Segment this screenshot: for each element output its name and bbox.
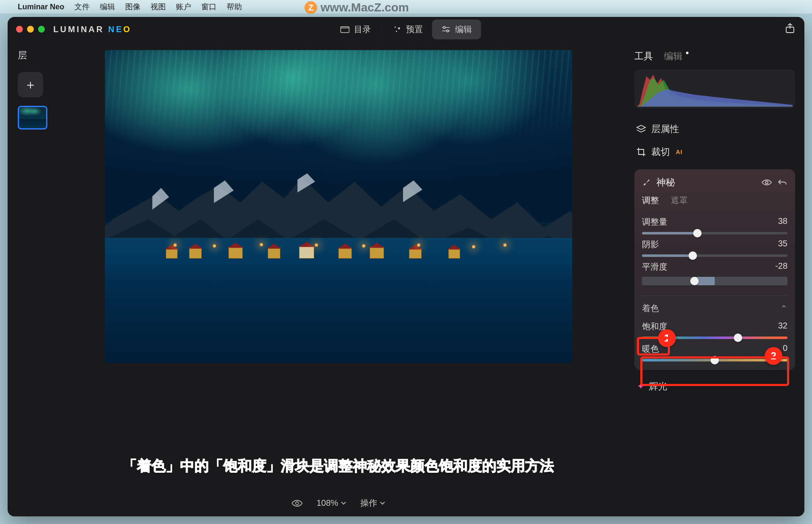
share-icon: [785, 23, 795, 34]
slider-amount-value: 38: [778, 216, 787, 228]
mystic-subtabs: 调整 遮罩: [634, 195, 795, 212]
svg-point-7: [296, 502, 299, 505]
slider-smooth-label: 平滑度: [642, 261, 667, 273]
watermark-text: www.MacZ.com: [321, 1, 409, 14]
slider-warmth-value: 0: [783, 343, 787, 355]
menu-window[interactable]: 窗口: [201, 2, 217, 12]
slider-amount-track[interactable]: [642, 232, 787, 234]
svg-point-5: [447, 30, 449, 32]
annotation-caption: 「着色」中的「饱和度」滑块是调整神秘效果颜色饱和度的实用方法: [123, 456, 554, 476]
menu-image[interactable]: 图像: [125, 2, 140, 12]
subtab-mask[interactable]: 遮罩: [671, 195, 688, 206]
ops-label: 操作: [360, 497, 377, 509]
brand-pre: LUMINAR: [53, 25, 108, 34]
tool-crop[interactable]: 裁切 AI: [634, 141, 795, 163]
menu-account[interactable]: 账户: [176, 2, 191, 12]
brand-logo: LUMINAR NEO: [53, 25, 132, 34]
right-tabs: 工具 编辑: [634, 50, 795, 63]
sliders-icon: [442, 25, 451, 33]
window-body: 层 ＋: [8, 41, 804, 516]
svg-point-1: [395, 27, 396, 28]
menu-edit[interactable]: 编辑: [100, 2, 115, 12]
tint-section-header[interactable]: 着色 ⌃: [634, 296, 795, 317]
tool-glow[interactable]: ✦ 辉光: [634, 370, 795, 393]
tab-edit-label: 编辑: [455, 24, 472, 35]
right-tab-edit[interactable]: 编辑: [664, 50, 683, 63]
mystic-title: 神秘: [656, 176, 675, 189]
subtab-adjust[interactable]: 调整: [642, 195, 659, 206]
callout-badge-2: 2: [765, 347, 782, 365]
share-button[interactable]: [785, 23, 795, 36]
right-panel: 工具 编辑 层属性 裁切 AI: [627, 41, 804, 516]
app-window: LUMINAR NEO 目录 预置 编辑 层 ＋: [8, 17, 804, 516]
canvas-bottom-bar: 108% 操作: [291, 497, 385, 509]
slider-smooth-value: -28: [775, 261, 787, 273]
brand-o: O: [123, 25, 132, 34]
tab-catalog-label: 目录: [354, 24, 371, 35]
eye-icon[interactable]: [291, 499, 303, 507]
minimize-button[interactable]: [27, 26, 34, 33]
menubar-app[interactable]: Luminar Neo: [18, 3, 64, 11]
histogram[interactable]: [634, 69, 795, 108]
brush-icon: [642, 178, 651, 187]
eye-icon[interactable]: [761, 179, 772, 186]
titlebar: LUMINAR NEO 目录 预置 编辑: [8, 17, 804, 41]
svg-point-8: [765, 181, 768, 184]
zoom-button[interactable]: [38, 26, 45, 33]
slider-shadow-label: 阴影: [642, 239, 659, 250]
mystic-header[interactable]: 神秘: [634, 169, 795, 195]
zoom-value: 108%: [316, 498, 338, 508]
watermark-badge: Z: [304, 1, 317, 14]
sparkle-icon: [393, 25, 402, 33]
slider-warmth-label: 暖色: [642, 343, 659, 355]
ops-dropdown[interactable]: 操作: [360, 497, 386, 509]
tool-layer-props[interactable]: 层属性: [634, 118, 795, 141]
chevron-down-icon: [380, 501, 386, 505]
svg-point-3: [396, 30, 397, 32]
right-tab-tools[interactable]: 工具: [634, 50, 653, 63]
slider-shadow-value: 35: [778, 239, 787, 250]
svg-point-2: [398, 28, 400, 30]
menu-help[interactable]: 帮助: [227, 2, 242, 12]
close-button[interactable]: [16, 26, 23, 33]
tool-glow-label: 辉光: [649, 380, 667, 393]
layer-thumbnail[interactable]: [18, 106, 47, 130]
svg-rect-0: [341, 27, 349, 33]
tab-catalog[interactable]: 目录: [331, 19, 380, 39]
svg-point-4: [443, 27, 445, 29]
tab-presets-label: 预置: [406, 24, 423, 35]
mystic-panel: 神秘 调整 遮罩 调整量38 阴影35 平滑: [634, 169, 795, 370]
brand-n: N: [108, 25, 116, 34]
layers-icon: [636, 124, 646, 134]
add-layer-button[interactable]: ＋: [18, 72, 43, 97]
slider-shadow-track[interactable]: [642, 254, 787, 257]
traffic-lights: [16, 26, 45, 33]
zoom-dropdown[interactable]: 108%: [316, 498, 346, 508]
tool-layer-props-label: 层属性: [651, 123, 679, 135]
sparkle-icon: ✦: [637, 381, 645, 392]
layers-title: 层: [18, 49, 50, 62]
callout-badge-1: 1: [658, 329, 676, 347]
slider-smooth-track[interactable]: [642, 277, 787, 285]
layers-panel: 层 ＋: [8, 41, 50, 516]
canvas-wrap: [105, 50, 572, 363]
crop-icon: [636, 147, 646, 157]
tool-crop-label: 裁切: [651, 146, 670, 158]
slider-amount-label: 调整量: [642, 216, 667, 228]
tab-presets[interactable]: 预置: [384, 19, 432, 39]
brand-e: E: [116, 25, 123, 34]
slider-shadow: 阴影35: [634, 234, 795, 257]
crop-ai-badge: AI: [676, 149, 683, 155]
chevron-down-icon: [341, 501, 347, 505]
tab-edit[interactable]: 编辑: [432, 19, 481, 39]
menu-file[interactable]: 文件: [74, 2, 90, 12]
slider-amount: 调整量38: [634, 212, 795, 234]
watermark: Z www.MacZ.com: [304, 1, 409, 14]
tint-section-label: 着色: [642, 303, 659, 314]
menu-view[interactable]: 视图: [151, 2, 166, 12]
canvas-area: 「着色」中的「饱和度」滑块是调整神秘效果颜色饱和度的实用方法 108% 操作: [50, 41, 627, 516]
undo-icon[interactable]: [777, 178, 787, 187]
image-canvas[interactable]: [105, 50, 572, 363]
tab-separator: [382, 23, 382, 35]
folder-icon: [340, 25, 350, 33]
